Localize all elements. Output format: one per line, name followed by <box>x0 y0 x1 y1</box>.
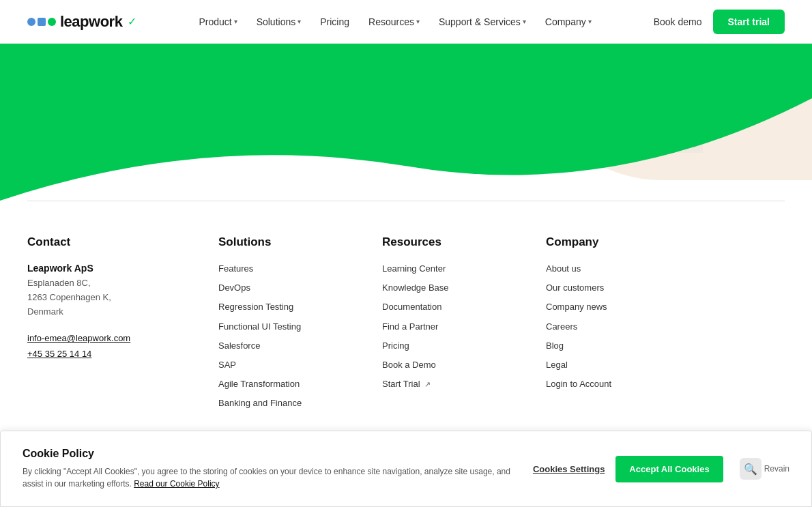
nav-support[interactable]: Support & Services ▾ <box>439 16 526 27</box>
nav-company[interactable]: Company ▾ <box>545 16 592 27</box>
footer-contact-column: Contact Leapwork ApS Esplanaden 8C, 1263… <box>27 235 191 417</box>
header-actions: Book demo Start trial <box>654 10 785 34</box>
nav-product[interactable]: Product ▾ <box>199 16 237 27</box>
chevron-down-icon: ▾ <box>416 18 420 25</box>
cookie-banner: Cookie Policy By clicking "Accept All Co… <box>0 431 812 444</box>
resources-heading: Resources <box>382 235 519 249</box>
company-heading: Company <box>546 235 682 249</box>
resources-link-trial[interactable]: Start Trial ↗ <box>382 378 519 390</box>
header: leapwork ✓ Product ▾ Solutions ▾ Pricing… <box>0 0 812 44</box>
logo-icon <box>27 18 56 26</box>
solutions-link-agile[interactable]: Agile Transformation <box>218 378 355 390</box>
logo-text: leapwork <box>60 13 122 31</box>
logo[interactable]: leapwork ✓ <box>27 13 136 31</box>
contact-heading: Contact <box>27 235 191 249</box>
resources-link-demo[interactable]: Book a Demo <box>382 359 519 371</box>
logo-dot-blue <box>27 18 35 26</box>
solutions-link-devops[interactable]: DevOps <box>218 282 355 294</box>
chevron-down-icon: ▾ <box>234 18 237 25</box>
nav-solutions[interactable]: Solutions ▾ <box>257 16 302 27</box>
contact-phone[interactable]: +45 35 25 14 14 <box>27 348 191 360</box>
hero-green-shape <box>0 44 812 201</box>
solutions-heading: Solutions <box>218 235 355 249</box>
solutions-link-features[interactable]: Features <box>218 263 355 275</box>
solutions-link-sap[interactable]: SAP <box>218 359 355 371</box>
solutions-link-salesforce[interactable]: Salesforce <box>218 340 355 352</box>
company-link-login[interactable]: Login to Account <box>546 378 682 390</box>
footer-company-column: Company About us Our customers Company n… <box>546 235 682 417</box>
chevron-down-icon: ▾ <box>298 18 301 25</box>
footer-solutions-column: Solutions Features DevOps Regression Tes… <box>218 235 355 417</box>
resources-link-documentation[interactable]: Documentation <box>382 301 519 313</box>
resources-link-pricing[interactable]: Pricing <box>382 340 519 352</box>
solutions-link-functional[interactable]: Functional UI Testing <box>218 321 355 333</box>
footer-grid: Contact Leapwork ApS Esplanaden 8C, 1263… <box>27 235 785 417</box>
main-nav: Product ▾ Solutions ▾ Pricing Resources … <box>199 16 591 27</box>
chevron-down-icon: ▾ <box>588 18 592 25</box>
hero-area <box>0 44 812 201</box>
logo-dot-green <box>48 18 56 26</box>
solutions-link-regression[interactable]: Regression Testing <box>218 301 355 313</box>
book-demo-link[interactable]: Book demo <box>654 16 702 27</box>
footer: Contact Leapwork ApS Esplanaden 8C, 1263… <box>0 201 812 444</box>
footer-resources-column: Resources Learning Center Knowledge Base… <box>382 235 519 417</box>
external-link-icon: ↗ <box>424 380 431 388</box>
logo-check-icon: ✓ <box>128 15 136 28</box>
resources-link-learning[interactable]: Learning Center <box>382 263 519 275</box>
contact-email[interactable]: info-emea@leapwork.com <box>27 332 191 345</box>
chevron-down-icon: ▾ <box>523 18 526 25</box>
company-link-careers[interactable]: Careers <box>546 321 682 333</box>
company-link-news[interactable]: Company news <box>546 301 682 313</box>
company-link-legal[interactable]: Legal <box>546 359 682 371</box>
company-name: Leapwork ApS <box>27 263 191 274</box>
resources-link-partner[interactable]: Find a Partner <box>382 321 519 333</box>
nav-pricing[interactable]: Pricing <box>320 16 349 27</box>
company-link-about[interactable]: About us <box>546 263 682 275</box>
logo-square <box>38 18 46 26</box>
start-trial-button[interactable]: Start trial <box>713 10 785 34</box>
company-link-customers[interactable]: Our customers <box>546 282 682 294</box>
company-link-blog[interactable]: Blog <box>546 340 682 352</box>
solutions-link-banking[interactable]: Banking and Finance <box>218 397 355 409</box>
contact-address: Esplanaden 8C, 1263 Copenhagen K, Denmar… <box>27 276 191 319</box>
resources-link-knowledge[interactable]: Knowledge Base <box>382 282 519 294</box>
nav-resources[interactable]: Resources ▾ <box>368 16 420 27</box>
